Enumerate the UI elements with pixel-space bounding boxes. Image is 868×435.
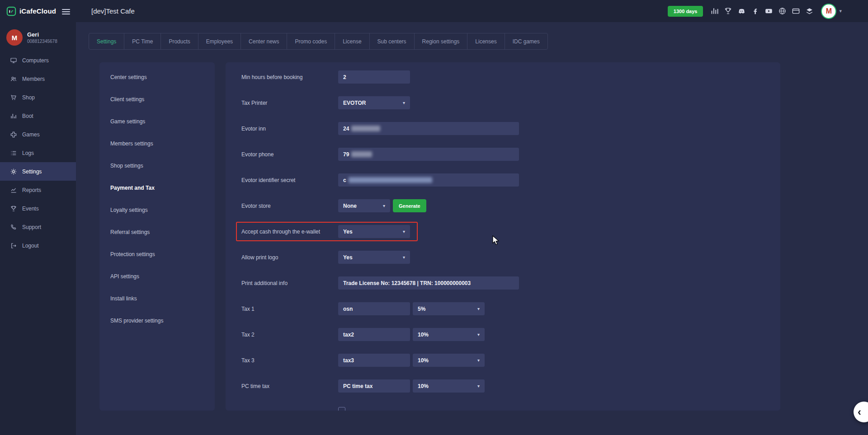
sidebar-item-logs[interactable]: Logs <box>0 144 76 162</box>
form-row-accept-cash-through-the-e-wallet: Accept cash through the e-walletYes▾ <box>241 219 780 244</box>
sidebar-item-members[interactable]: Members <box>0 70 76 88</box>
youtube-icon[interactable] <box>764 7 773 15</box>
settings-nav-loyalty-settings[interactable]: Loyalty settings <box>99 199 215 221</box>
card-icon[interactable] <box>792 7 800 15</box>
settings-nav-client-settings[interactable]: Client settings <box>99 88 215 110</box>
partial-checkbox[interactable] <box>338 407 345 411</box>
sidebar-item-shop[interactable]: Shop <box>0 88 76 107</box>
settings-nav-shop-settings[interactable]: Shop settings <box>99 154 215 177</box>
evotor-store-select[interactable]: None▾ <box>338 199 390 212</box>
tax2-name-input[interactable]: tax2 <box>338 328 410 341</box>
user-name: Geri <box>27 31 57 38</box>
sidebar-item-logout[interactable]: Logout <box>0 236 76 255</box>
form-row-evotor-phone: Evotor phone79 <box>241 141 780 167</box>
tax2-rate-select[interactable]: 10%▾ <box>413 328 485 341</box>
tax1-name-input[interactable]: osn <box>338 302 410 315</box>
form-row-min-hours-before-booking: Min hours before booking2 <box>241 64 780 90</box>
logout-icon <box>10 242 17 249</box>
accept-cash-select[interactable]: Yes▾ <box>338 225 410 238</box>
evotor-identifier-secret-input[interactable]: c <box>338 173 519 187</box>
sidebar-item-computers[interactable]: Computers <box>0 51 76 70</box>
generate-button[interactable]: Generate <box>393 199 426 212</box>
settings-nav-install-links[interactable]: Install links <box>99 287 215 309</box>
settings-form: Min hours before booking2Tax PrinterEVOT… <box>226 62 780 411</box>
form-row-evotor-store: Evotor storeNone▾Generate <box>241 193 780 219</box>
avatar[interactable]: M <box>821 4 836 19</box>
sidebar-item-games[interactable]: Games <box>0 125 76 144</box>
blurred-value <box>351 151 372 157</box>
field-label: Accept cash through the e-wallet <box>241 229 338 235</box>
logs-icon <box>10 150 17 157</box>
pctime-tax-rate-select[interactable]: 10%▾ <box>413 379 485 393</box>
field-label: Tax 1 <box>241 306 338 312</box>
user-profile[interactable]: M Geri 008812345678 <box>0 22 76 51</box>
settings-nav-payment-and-tax[interactable]: Payment and Tax <box>99 177 215 199</box>
sidebar-item-reports[interactable]: Reports <box>0 181 76 199</box>
tax-printer-select[interactable]: EVOTOR▾ <box>338 96 410 109</box>
evotor-phone-input[interactable]: 79 <box>338 148 519 161</box>
collapse-widget[interactable]: ‹ <box>854 402 868 422</box>
days-badge[interactable]: 1300 days <box>668 6 703 17</box>
tab-promo-codes[interactable]: Promo codes <box>287 33 335 50</box>
tab-region-settings[interactable]: Region settings <box>414 33 468 50</box>
stats-icon[interactable] <box>710 7 719 15</box>
settings-nav-api-settings[interactable]: API settings <box>99 265 215 287</box>
field-label: Tax Printer <box>241 100 338 106</box>
settings-nav-protection-settings[interactable]: Protection settings <box>99 243 215 265</box>
tab-pc-time[interactable]: PC Time <box>124 33 161 50</box>
sidebar-item-label: Events <box>22 206 39 212</box>
topbar-icon-group <box>710 7 814 15</box>
form-row-tax-2: Tax 2tax210%▾ <box>241 322 780 347</box>
sidebar-item-events[interactable]: Events <box>0 199 76 218</box>
allow-print-logo-select[interactable]: Yes▾ <box>338 251 410 264</box>
sidebar-item-label: Reports <box>22 187 41 193</box>
facebook-icon[interactable] <box>751 7 760 15</box>
settings-nav: Center settingsClient settingsGame setti… <box>99 62 215 411</box>
monitor-icon <box>10 57 17 64</box>
field-label: PC time tax <box>241 383 338 389</box>
field-label: Print additional info <box>241 280 338 286</box>
tab-idc-games[interactable]: IDC games <box>505 33 548 50</box>
support-icon <box>10 224 17 231</box>
tax3-rate-select[interactable]: 10%▾ <box>413 354 485 367</box>
min-hours-input[interactable]: 2 <box>338 70 410 84</box>
account-menu[interactable]: M ▾ <box>821 4 842 19</box>
settings-nav-center-settings[interactable]: Center settings <box>99 66 215 88</box>
layers-icon[interactable] <box>805 7 814 15</box>
tab-licenses[interactable]: Licenses <box>467 33 505 50</box>
topbar-right: 1300 days M ▾ <box>668 4 868 19</box>
settings-nav-game-settings[interactable]: Game settings <box>99 110 215 132</box>
settings-nav-members-settings[interactable]: Members settings <box>99 132 215 154</box>
chevron-down-icon: ▾ <box>403 229 405 234</box>
tab-employees[interactable]: Employees <box>198 33 241 50</box>
print-additional-info-input[interactable]: Trade License No: 12345678 | TRN: 100000… <box>338 276 519 290</box>
menu-toggle-icon[interactable] <box>62 8 70 16</box>
settings-nav-sms-provider-settings[interactable]: SMS provider settings <box>99 309 215 332</box>
sidebar-item-settings[interactable]: Settings <box>0 162 76 181</box>
tab-center-news[interactable]: Center news <box>241 33 287 50</box>
sidebar-item-label: Support <box>22 224 41 230</box>
sidebar-item-support[interactable]: Support <box>0 218 76 236</box>
pctime-tax-name-input[interactable]: PC time tax <box>338 379 410 393</box>
chevron-down-icon: ▾ <box>477 384 480 388</box>
tab-license[interactable]: License <box>335 33 369 50</box>
tab-sub-centers[interactable]: Sub centers <box>369 33 415 50</box>
settings-nav-referral-settings[interactable]: Referral settings <box>99 221 215 243</box>
sidebar-item-boot[interactable]: Boot <box>0 107 76 125</box>
form-row-tax-printer: Tax PrinterEVOTOR▾ <box>241 90 780 116</box>
blurred-value <box>351 126 380 131</box>
form-row-evotor-identifier-secret: Evotor identifier secretc <box>241 167 780 193</box>
field-label: Evotor phone <box>241 151 338 158</box>
trophy-icon[interactable] <box>724 7 732 15</box>
evotor-inn-input[interactable]: 24 <box>338 122 519 135</box>
tax3-name-input[interactable]: tax3 <box>338 354 410 367</box>
discord-icon[interactable] <box>737 7 746 15</box>
tax1-rate-select[interactable]: 5%▾ <box>413 302 485 315</box>
avatar-letter: M <box>826 7 832 15</box>
field-label: Tax 2 <box>241 332 338 338</box>
chevron-down-icon: ▾ <box>383 203 385 208</box>
globe-icon[interactable] <box>778 7 787 15</box>
tab-products[interactable]: Products <box>160 33 198 50</box>
sidebar: M Geri 008812345678 ComputersMembersShop… <box>0 22 76 435</box>
tab-settings[interactable]: Settings <box>89 33 124 50</box>
